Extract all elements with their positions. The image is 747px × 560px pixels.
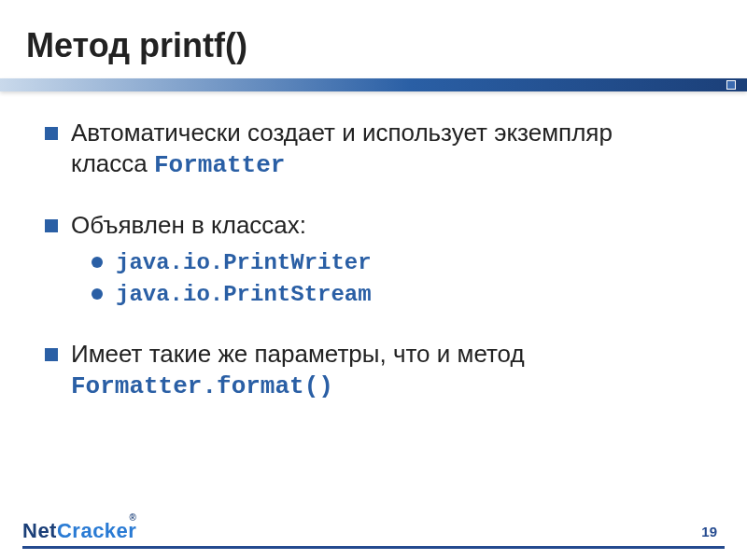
bullet-text: Имеет такие же параметры, что и метод xyxy=(71,340,525,368)
code-text: java.io.PrintWriter xyxy=(116,250,372,275)
sub-bullet-item: java.io.PrintWriter xyxy=(92,246,691,278)
bullet-item: Автоматически создает и использует экзем… xyxy=(45,118,691,182)
sub-bullet-list: java.io.PrintWriter java.io.PrintStream xyxy=(71,246,691,311)
slide-content: Автоматически создает и использует экзем… xyxy=(26,91,710,402)
slide: Метод printf() Автоматически создает и и… xyxy=(0,0,747,560)
sub-bullet-item: java.io.PrintStream xyxy=(92,278,691,310)
page-number: 19 xyxy=(701,524,717,539)
divider-marker-icon xyxy=(726,80,736,90)
bullet-item: Объявлен в классах: java.io.PrintWriter … xyxy=(45,210,691,311)
bullet-text: Автоматически создает и использует экзем… xyxy=(71,119,613,177)
code-text: Formatter.format() xyxy=(71,372,333,400)
logo-net: Net xyxy=(22,519,57,542)
netcracker-logo: NetCracker® xyxy=(22,512,142,543)
footer-line xyxy=(22,546,725,549)
slide-title: Метод printf() xyxy=(26,26,710,65)
bullet-item: Имеет такие же параметры, что и метод Fo… xyxy=(45,339,691,403)
code-text: Formatter xyxy=(154,151,285,179)
logo-registered-icon: ® xyxy=(129,512,136,523)
bullet-list: Автоматически создает и использует экзем… xyxy=(45,118,691,402)
slide-footer: NetCracker® 19 xyxy=(22,513,725,543)
bullet-text: Объявлен в классах: xyxy=(71,211,306,239)
logo-cracker: Cracker xyxy=(57,519,136,542)
code-text: java.io.PrintStream xyxy=(116,282,372,307)
divider-bar xyxy=(0,78,747,91)
